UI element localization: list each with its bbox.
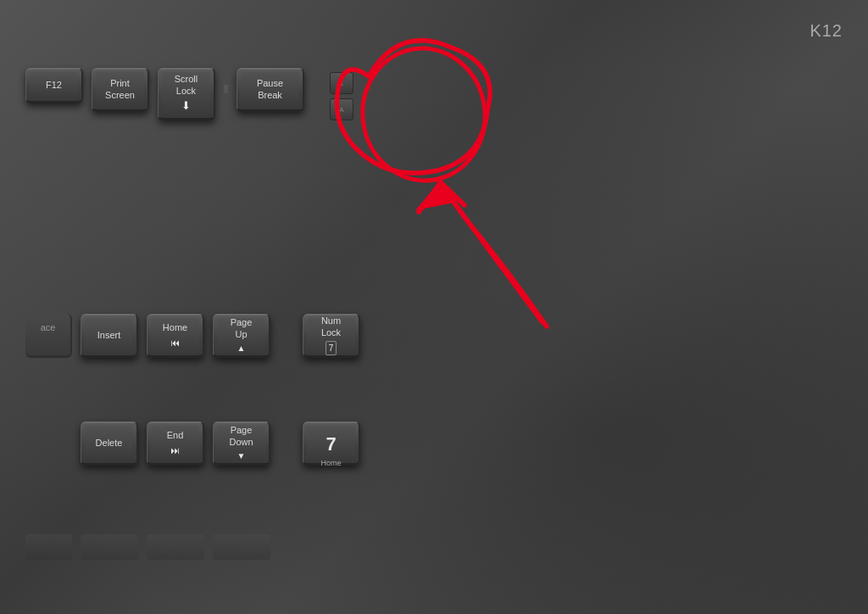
arrow-curved-line (441, 182, 547, 327)
page-up-icon: ▲ (237, 343, 246, 354)
print-screen-label: PrintScreen (105, 77, 135, 102)
key-row-nav: ace Insert Home ⏮ PageUp ▲ N (25, 314, 360, 358)
pause-label: Pause (257, 77, 283, 89)
scroll-lock-key[interactable]: ScrollLock ⬇ (158, 68, 215, 120)
arrow-line (439, 182, 542, 322)
led-area: 1 A (330, 72, 353, 120)
led-a: A (330, 98, 353, 120)
f12-label: F12 (46, 79, 62, 91)
page-up-label: PageUp (231, 316, 253, 341)
num-lock-key[interactable]: NumLock 7 (303, 314, 360, 358)
home-label: Home (163, 321, 187, 333)
bottom-filler (25, 534, 72, 560)
end-icon: ⏭ (170, 444, 180, 456)
end-label: End (167, 429, 184, 441)
led-1: 1 (330, 72, 353, 94)
page-down-key[interactable]: PageDown ▼ (213, 421, 270, 466)
connector (224, 85, 228, 93)
bottom-key-2 (147, 534, 204, 560)
scroll-lock-label: ScrollLock (175, 73, 198, 98)
insert-label: Insert (97, 329, 121, 341)
brand-label: K12 (810, 21, 843, 41)
home-key[interactable]: Home ⏮ (147, 314, 204, 358)
end-key[interactable]: End ⏭ (147, 421, 204, 466)
scroll-lock-circle-path (337, 41, 491, 173)
bottom-key-1 (81, 534, 138, 560)
pause-break-key[interactable]: Pause Break (236, 68, 304, 112)
scroll-lock-icon: ⬇ (181, 99, 191, 114)
home-icon: ⏮ (170, 337, 180, 349)
page-down-icon: ▼ (237, 450, 246, 461)
led-1-label: 1 (340, 80, 343, 87)
arrow-head (415, 182, 458, 210)
key-row-bottom (25, 534, 270, 560)
page-down-label: PageDown (229, 424, 253, 449)
num-lock-label: NumLock (321, 315, 341, 339)
numpad-7-label: 7 (326, 433, 336, 457)
delete-label: Delete (96, 437, 123, 449)
page-up-key[interactable]: PageUp ▲ (213, 314, 270, 358)
arrow-head-lines (419, 182, 465, 212)
numpad-7-key[interactable]: 7 Home (303, 421, 360, 466)
key-row-top: F12 PrintScreen ScrollLock ⬇ Pause Break (25, 68, 353, 120)
num-lock-icon: 7 (326, 341, 337, 355)
key-row-delete: Delete End ⏭ PageDown ▼ 7 Home (25, 421, 360, 466)
numpad-7-sub: Home (320, 459, 341, 469)
bottom-key-3 (213, 534, 270, 560)
f12-key[interactable]: F12 (25, 68, 83, 103)
delete-key[interactable]: Delete (81, 421, 138, 466)
print-screen-key[interactable]: PrintScreen (92, 68, 149, 112)
space-filler: ace (25, 314, 72, 358)
keyboard-image: K12 F12 PrintScreen ScrollLock ⬇ Pa (0, 0, 868, 614)
space-label: ace (25, 314, 70, 341)
led-a-label: A (339, 106, 343, 114)
scroll-lock-circle (354, 41, 493, 189)
break-label: Break (258, 89, 282, 101)
insert-key[interactable]: Insert (81, 314, 138, 358)
